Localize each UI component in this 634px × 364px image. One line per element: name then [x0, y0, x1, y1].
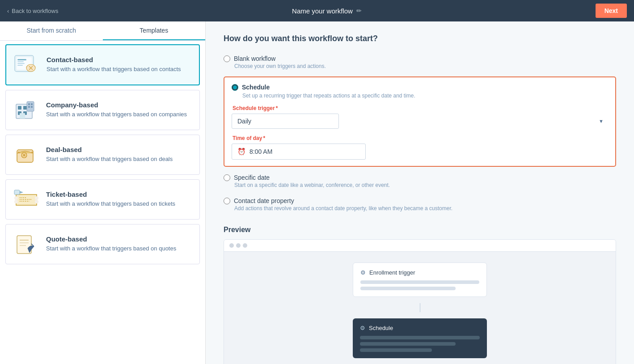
workflow-start-options: Blank workflow Choose your own triggers … — [224, 51, 616, 215]
window-dot-1 — [229, 243, 234, 248]
svg-rect-14 — [20, 113, 25, 119]
label-contact-date: Contact date property — [234, 197, 294, 204]
preview-section: Preview ⚙ Enrollment trigger — [224, 226, 616, 364]
card-contact[interactable]: Contact-based Start with a workflow that… — [5, 44, 200, 85]
trigger-field-label: Schedule trigger* — [232, 105, 608, 111]
card-contact-title: Contact-based — [46, 56, 181, 63]
card-deal-desc: Start with a workflow that triggers base… — [46, 155, 173, 163]
workflow-card-list: Contact-based Start with a workflow that… — [0, 41, 205, 364]
schedule-trigger-select[interactable]: Daily Weekly Monthly — [232, 114, 339, 129]
svg-rect-4 — [17, 63, 25, 64]
preview-line-1 — [360, 280, 479, 284]
card-company[interactable]: Company-based Start with a workflow that… — [5, 90, 200, 130]
card-quote-title: Quote-based — [46, 235, 176, 243]
card-ticket-text: Ticket-based Start with a workflow that … — [46, 190, 175, 208]
window-dot-2 — [236, 243, 241, 248]
preview-line-2 — [360, 287, 456, 290]
workflow-title: Name your workflow ✏ — [292, 7, 362, 15]
svg-rect-19 — [31, 106, 33, 108]
window-dot-3 — [243, 243, 247, 248]
enrollment-node-icon: ⚙ — [360, 269, 366, 276]
svg-rect-3 — [17, 61, 24, 62]
svg-rect-17 — [31, 103, 33, 105]
card-quote[interactable]: Quote-based Start with a workflow that t… — [5, 224, 200, 264]
radio-schedule[interactable] — [232, 84, 238, 91]
tab-scratch[interactable]: Start from scratch — [0, 21, 103, 40]
clock-icon: ⏰ — [237, 148, 246, 156]
preview-line-dark-3 — [360, 348, 432, 352]
card-ticket[interactable]: Ticket-based Start with a workflow that … — [5, 179, 200, 220]
label-specific-date: Specific date — [234, 174, 270, 181]
svg-point-29 — [35, 196, 38, 200]
left-panel: Start from scratch Templates — [0, 21, 206, 364]
schedule-node: ⚙ Schedule — [353, 318, 487, 358]
edit-title-icon[interactable]: ✏ — [356, 7, 362, 14]
preview-line-dark-1 — [360, 336, 480, 339]
radio-blank[interactable] — [224, 55, 230, 62]
ticket-icon — [13, 186, 40, 213]
card-deal[interactable]: Deal-based Start with a workflow that tr… — [5, 135, 200, 175]
schedule-node-title: Schedule — [369, 325, 393, 331]
radio-specific-date[interactable] — [224, 174, 230, 181]
preview-window: ⚙ Enrollment trigger ⚙ Schedul — [224, 239, 616, 364]
sub-schedule: Set up a recurring trigger that repeats … — [242, 93, 608, 99]
schedule-node-lines — [360, 336, 480, 352]
schedule-trigger-wrapper: Daily Weekly Monthly ▼ — [232, 114, 608, 129]
svg-rect-16 — [28, 103, 30, 105]
card-contact-text: Contact-based Start with a workflow that… — [46, 56, 181, 73]
title-text: Name your workflow — [292, 7, 353, 15]
option-contact-date[interactable]: Contact date property Add actions that r… — [224, 194, 616, 215]
time-input-row[interactable]: ⏰ — [232, 144, 366, 160]
preview-content: ⚙ Enrollment trigger ⚙ Schedul — [224, 252, 616, 364]
tab-templates[interactable]: Templates — [103, 21, 206, 40]
preview-line-dark-2 — [360, 342, 456, 346]
option-specific-date[interactable]: Specific date Start on a specific date l… — [224, 170, 616, 192]
option-blank[interactable]: Blank workflow Choose your own triggers … — [224, 51, 616, 73]
schedule-node-header: ⚙ Schedule — [360, 325, 480, 331]
card-quote-desc: Start with a workflow that triggers base… — [46, 245, 176, 253]
back-to-workflows-button[interactable]: ‹ Back to workflows — [7, 8, 58, 14]
main-layout: Start from scratch Templates — [0, 21, 634, 364]
dropdown-arrow-icon: ▼ — [599, 119, 604, 124]
workflow-start-question: How do you want this workflow to start? — [224, 34, 616, 43]
contact-icon — [13, 51, 40, 78]
svg-rect-18 — [28, 106, 30, 108]
enrollment-node-lines — [360, 280, 479, 290]
card-ticket-desc: Start with a workflow that triggers base… — [46, 200, 175, 208]
svg-rect-34 — [14, 190, 20, 195]
next-button[interactable]: Next — [596, 4, 627, 18]
back-label: Back to workflows — [12, 8, 58, 14]
preview-window-bar — [224, 240, 616, 252]
label-blank: Blank workflow — [234, 55, 275, 62]
time-field-label: Time of day* — [232, 135, 608, 141]
card-deal-title: Deal-based — [46, 146, 173, 153]
card-quote-text: Quote-based Start with a workflow that t… — [46, 235, 176, 253]
schedule-node-icon: ⚙ — [360, 325, 365, 331]
card-company-text: Company-based Start with a workflow that… — [46, 101, 187, 119]
svg-point-27 — [14, 196, 18, 200]
sub-blank: Choose your own triggers and actions. — [234, 63, 616, 69]
svg-rect-15 — [27, 102, 34, 111]
enrollment-node-title: Enrollment trigger — [369, 269, 415, 276]
card-company-desc: Start with a workflow that triggers base… — [46, 110, 187, 119]
chevron-left-icon: ‹ — [7, 8, 9, 14]
svg-rect-26 — [31, 152, 33, 153]
enrollment-trigger-node: ⚙ Enrollment trigger — [353, 262, 487, 297]
quote-icon — [13, 231, 40, 258]
deal-icon — [13, 141, 40, 168]
enrollment-node-header: ⚙ Enrollment trigger — [360, 269, 479, 276]
preview-title: Preview — [224, 226, 616, 234]
right-panel: How do you want this workflow to start? … — [206, 21, 634, 364]
sub-specific-date: Start on a specific date like a webinar,… — [234, 182, 616, 188]
svg-rect-5 — [17, 65, 23, 66]
svg-rect-2 — [17, 59, 26, 60]
time-input[interactable] — [249, 148, 360, 155]
card-ticket-title: Ticket-based — [46, 190, 175, 198]
sub-contact-date: Add actions that revolve around a contac… — [234, 205, 616, 212]
card-company-title: Company-based — [46, 101, 187, 109]
radio-contact-date[interactable] — [224, 198, 230, 204]
svg-marker-35 — [20, 191, 23, 194]
workflow-type-tabs: Start from scratch Templates — [0, 21, 205, 41]
svg-rect-25 — [18, 152, 20, 153]
card-deal-text: Deal-based Start with a workflow that tr… — [46, 146, 173, 163]
